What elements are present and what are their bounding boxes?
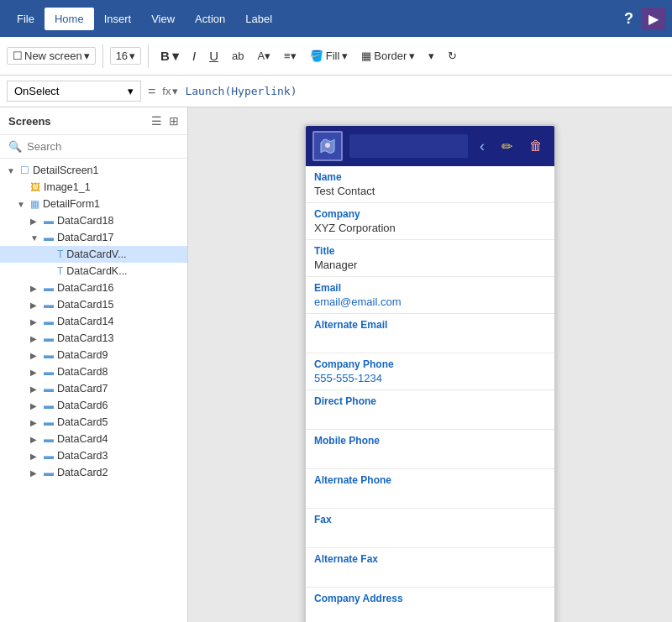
ab-button[interactable]: ab	[227, 46, 249, 65]
field-company-address: Company Address	[306, 588, 554, 622]
datacard-icon-4: ▬	[44, 299, 54, 311]
menu-label[interactable]: Label	[235, 8, 282, 30]
field-label-name: Name	[306, 166, 554, 185]
field-value-fax	[306, 527, 554, 547]
field-value-company-phone[interactable]: 555-555-1234	[306, 372, 554, 389]
tree-item-datacard3[interactable]: ▶ ▬ DataCard3	[0, 447, 187, 464]
main-layout: Screens ☰ ⊞ 🔍 ▼ ☐ DetailScreen1 🖼 Image1…	[0, 107, 672, 622]
field-email: Email email@email.com	[306, 277, 554, 314]
formula-bar: OnSelect ▾ = fx ▾	[0, 76, 672, 107]
tree-label: DataCard15	[57, 299, 113, 311]
search-icon: 🔍	[8, 140, 22, 153]
tree-label: DataCardV...	[66, 248, 126, 260]
fill-button[interactable]: 🪣 Fill ▾	[305, 46, 354, 65]
bold-button[interactable]: B ▾	[155, 45, 184, 67]
field-alt-phone: Alternate Phone	[306, 469, 554, 509]
fx-text: fx	[162, 85, 171, 97]
tree-label: DetailScreen1	[33, 165, 99, 176]
font-color-button[interactable]: A▾	[252, 46, 276, 65]
chevron-down-icon: ▾	[84, 50, 90, 62]
tree-item-datacard15[interactable]: ▶ ▬ DataCard15	[0, 296, 187, 313]
datacard-icon-13: ▬	[44, 450, 54, 462]
property-value: OnSelect	[14, 85, 59, 97]
tree-label: DataCardK...	[66, 265, 127, 277]
chevron-collapsed-10: ▶	[30, 418, 40, 427]
datacard-icon-8: ▬	[44, 366, 54, 378]
tree-item-datacard7[interactable]: ▶ ▬ DataCard7	[0, 380, 187, 397]
border-icon: ▦	[361, 50, 371, 62]
tree-item-datacardv[interactable]: T DataCardV...	[0, 246, 187, 263]
field-value-alt-phone	[306, 488, 554, 508]
tree-item-datacard13[interactable]: ▶ ▬ DataCard13	[0, 330, 187, 347]
chevron-down-icon-5: ▾	[409, 50, 415, 62]
formula-input[interactable]	[185, 85, 665, 97]
tree-item-image1[interactable]: 🖼 Image1_1	[0, 179, 187, 196]
tree-label: DetailForm1	[43, 198, 100, 210]
tree-item-datacard6[interactable]: ▶ ▬ DataCard6	[0, 397, 187, 414]
underline-button[interactable]: U	[204, 45, 223, 66]
underline-label: U	[209, 49, 218, 63]
tree-item-datacard2[interactable]: ▶ ▬ DataCard2	[0, 464, 187, 481]
help-button[interactable]: ?	[616, 7, 642, 31]
menu-insert[interactable]: Insert	[94, 8, 142, 30]
tree-item-datacard17[interactable]: ▼ ▬ DataCard17	[0, 229, 187, 246]
tree-item-datacardk[interactable]: T DataCardK...	[0, 263, 187, 280]
more-button[interactable]: ▾	[423, 46, 439, 65]
field-company: Company XYZ Corporation	[306, 203, 554, 240]
tree-item-detailscreen1[interactable]: ▼ ☐ DetailScreen1	[0, 162, 187, 179]
field-value-email[interactable]: email@email.com	[306, 295, 554, 313]
tree-item-datacard4[interactable]: ▶ ▬ DataCard4	[0, 431, 187, 447]
tree-item-datacard16[interactable]: ▶ ▬ DataCard16	[0, 280, 187, 296]
menu-home[interactable]: Home	[45, 8, 94, 30]
field-value-name: Test Contact	[306, 185, 554, 202]
field-company-phone: Company Phone 555-555-1234	[306, 353, 554, 390]
redo-button[interactable]: ↻	[443, 46, 462, 65]
menu-file[interactable]: File	[7, 8, 45, 30]
tree-item-detailform1[interactable]: ▼ ▦ DetailForm1	[0, 196, 187, 212]
chevron-collapsed-2: ▶	[30, 284, 40, 293]
field-value-mobile-phone	[306, 448, 554, 468]
grid-view-icon[interactable]: ⊞	[169, 114, 179, 128]
delete-button[interactable]: 🗑	[524, 137, 548, 155]
tree-label: DataCard14	[57, 316, 113, 327]
tree-item-datacard8[interactable]: ▶ ▬ DataCard8	[0, 363, 187, 380]
font-color-icon: A▾	[257, 50, 270, 62]
field-alt-fax: Alternate Fax	[306, 548, 554, 588]
fill-label: Fill	[326, 50, 340, 62]
tree-item-datacard9[interactable]: ▶ ▬ DataCard9	[0, 347, 187, 363]
tree-label: DataCard17	[57, 232, 113, 243]
datacard-icon-11: ▬	[44, 416, 54, 428]
screens-title: Screens	[8, 115, 51, 128]
new-screen-button[interactable]: ☐ New screen ▾	[7, 47, 96, 65]
tree-item-datacard5[interactable]: ▶ ▬ DataCard5	[0, 414, 187, 431]
app-logo	[312, 131, 343, 161]
tree-label: DataCard18	[57, 215, 113, 227]
menu-view[interactable]: View	[141, 8, 185, 30]
field-name: Name Test Contact	[306, 166, 554, 203]
list-view-icon[interactable]: ☰	[151, 114, 162, 128]
menu-action[interactable]: Action	[185, 8, 235, 30]
phone-header: ‹ ✏ 🗑	[306, 126, 554, 166]
back-button[interactable]: ‹	[475, 136, 490, 157]
chevron-collapsed-12: ▶	[30, 452, 40, 461]
tree-item-datacard18[interactable]: ▶ ▬ DataCard18	[0, 212, 187, 229]
align-button[interactable]: ≡▾	[279, 46, 302, 65]
chevron-collapsed-7: ▶	[30, 368, 40, 377]
font-size-selector[interactable]: 16 ▾	[110, 47, 141, 65]
field-label-alt-phone: Alternate Phone	[306, 469, 554, 488]
expand-button[interactable]: ▶	[642, 8, 665, 30]
field-direct-phone: Direct Phone	[306, 390, 554, 430]
field-label-company-address: Company Address	[306, 588, 554, 606]
tree-item-datacard14[interactable]: ▶ ▬ DataCard14	[0, 313, 187, 330]
field-label-title: Title	[306, 240, 554, 259]
property-selector[interactable]: OnSelect ▾	[7, 81, 141, 102]
search-input[interactable]	[27, 140, 179, 153]
field-value-company-address	[306, 606, 554, 622]
text-icon-2: T	[57, 265, 63, 277]
datacard-icon-10: ▬	[44, 400, 54, 411]
sidebar: Screens ☰ ⊞ 🔍 ▼ ☐ DetailScreen1 🖼 Image1…	[0, 107, 188, 622]
border-button[interactable]: ▦ Border ▾	[356, 46, 420, 65]
italic-button[interactable]: I	[187, 45, 201, 66]
phone-frame: ‹ ✏ 🗑 Name Test Contact Company XYZ Corp…	[304, 124, 556, 622]
edit-button[interactable]: ✏	[496, 137, 517, 156]
